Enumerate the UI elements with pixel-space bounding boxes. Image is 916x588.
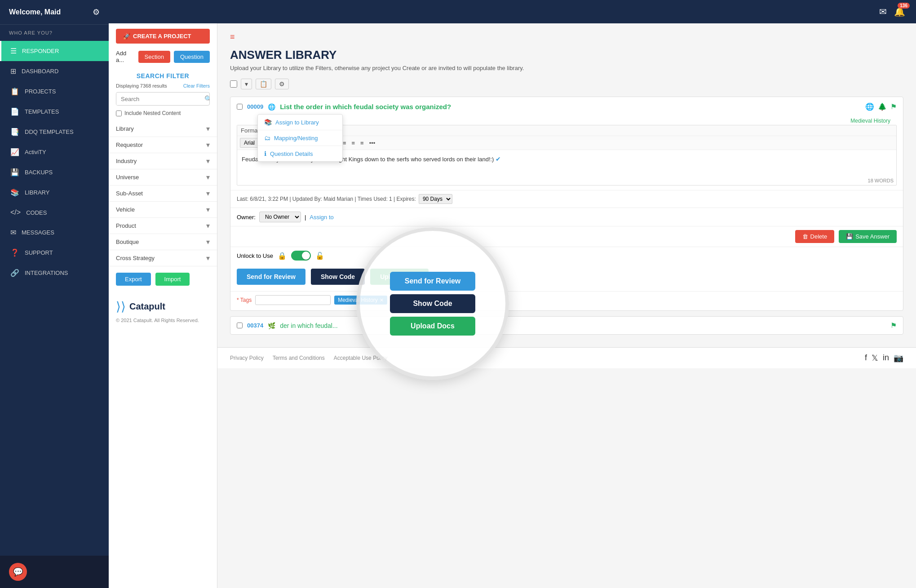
question-details-icon: ℹ [264, 150, 266, 157]
sidebar-item-projects[interactable]: 📋 PROJECTS [0, 81, 109, 102]
more-button[interactable]: ••• [367, 139, 377, 147]
filter-industry[interactable]: Industry ▾ [109, 153, 217, 169]
messages-icon: ✉ [10, 228, 16, 237]
sidebar-item-templates[interactable]: 📄 TEMPLATES [0, 102, 109, 122]
bottom-actions: Send for Review Show Code Upload Docs [230, 264, 903, 291]
dropdown-arrow-icon: ▾ [206, 189, 210, 198]
filter-product[interactable]: Product ▾ [109, 218, 217, 234]
toolbar-copy-button[interactable]: 📋 [256, 79, 271, 89]
acceptable-use-link[interactable]: Acceptable Use Policy [334, 355, 387, 361]
search-input[interactable] [116, 93, 201, 105]
owner-select[interactable]: No Owner [259, 212, 301, 222]
tree-action-icon[interactable]: 🌲 [878, 102, 887, 111]
filter-cross-strategy-label: Cross Strategy [116, 255, 155, 261]
mail-icon[interactable]: ✉ [879, 6, 887, 17]
twitter-icon[interactable]: 𝕏 [872, 353, 878, 363]
sidebar-item-activity[interactable]: 📈 ActiviTY [0, 142, 109, 162]
sidebar-item-ddq-templates[interactable]: 📑 DDQ TEMPLATES [0, 122, 109, 142]
chat-button[interactable]: 💬 [9, 563, 27, 581]
context-mapping-nesting[interactable]: 🗂 Mapping/Nesting [258, 130, 342, 146]
dropdown-arrow-icon: ▾ [206, 157, 210, 165]
globe-action-icon[interactable]: 🌐 [865, 102, 874, 111]
filter-requestor[interactable]: Requestor ▾ [109, 137, 217, 153]
upload-docs-button[interactable]: Upload Docs [370, 269, 429, 285]
sidebar-title: Welcome, Maid [9, 8, 61, 16]
tag-chip-medieval: Medieval History ✕ [334, 296, 387, 305]
filter-industry-label: Industry [116, 158, 137, 164]
instagram-icon[interactable]: 📷 [894, 353, 903, 363]
save-answer-button[interactable]: 💾 Save Answer [839, 230, 897, 243]
facebook-icon[interactable]: f [865, 353, 867, 363]
import-button[interactable]: Import [155, 273, 190, 286]
unlock-toggle[interactable] [291, 251, 311, 261]
question-text: List the order in which feudal society w… [280, 103, 861, 111]
flag-action-icon[interactable]: ⚑ [890, 102, 897, 111]
sidebar-item-backups[interactable]: 💾 BACKUPS [0, 162, 109, 182]
second-question-checkbox[interactable] [237, 323, 243, 328]
question-id-link[interactable]: 00009 [247, 103, 263, 110]
question-button[interactable]: Question [174, 51, 210, 63]
panel-copyright: © 2021 Catapult. All Rights Reserved. [109, 318, 217, 330]
sidebar-item-responder[interactable]: ☰ RESPONDER [0, 41, 109, 61]
context-question-details[interactable]: ℹ Question Details [258, 146, 342, 161]
section-button[interactable]: Section [138, 51, 170, 63]
select-all-checkbox[interactable] [230, 80, 237, 88]
integrations-icon: 🔗 [10, 269, 19, 277]
sidebar-item-label: DASHBOARD [22, 68, 58, 75]
library-icon: 📚 [10, 188, 19, 197]
gear-icon[interactable]: ⚙ [93, 7, 100, 17]
filter-sub-asset[interactable]: Sub-Asset ▾ [109, 186, 217, 202]
align-right-button[interactable]: ≡ [350, 139, 357, 147]
dropdown-arrow-icon: ▾ [206, 205, 210, 214]
search-box: 🔍 [116, 92, 210, 106]
clear-filters-link[interactable]: Clear Filters [183, 83, 210, 88]
tag-input[interactable] [255, 295, 331, 305]
create-project-button[interactable]: 🚀 Section CREATE A PROJECT [116, 29, 210, 44]
sidebar-item-codes[interactable]: </> CODES [0, 203, 109, 222]
topbar: ✉ 🔔 136 [109, 0, 916, 23]
codes-icon: </> [10, 208, 21, 217]
toolbar-settings-button[interactable]: ⚙ [275, 79, 289, 89]
linkedin-icon[interactable]: in [883, 353, 889, 363]
delete-button[interactable]: 🗑 Delete [795, 230, 835, 243]
export-button[interactable]: Export [116, 273, 151, 286]
tag-medieval-remove[interactable]: ✕ [380, 297, 384, 303]
privacy-policy-link[interactable]: Privacy Policy [230, 355, 264, 361]
sidebar-item-messages[interactable]: ✉ MESSAGES [0, 222, 109, 243]
sidebar-item-dashboard[interactable]: ⊞ DASHBOARD [0, 61, 109, 81]
sidebar-item-library[interactable]: 📚 LIBRARY [0, 182, 109, 203]
sidebar-item-integrations[interactable]: 🔗 INTEGRATIONS [0, 263, 109, 283]
tag-medieval-text: Medieval History [338, 297, 378, 303]
second-question-id[interactable]: 00374 [247, 322, 263, 329]
sidebar-item-support[interactable]: ❓ SUPPORT [0, 243, 109, 263]
display-count: Displaying 7368 results [116, 83, 167, 88]
tag-king-remove[interactable]: ✕ [407, 297, 411, 303]
question-checkbox[interactable] [237, 104, 243, 110]
filter-library[interactable]: Library ▾ [109, 121, 217, 137]
nested-content-checkbox[interactable] [116, 111, 122, 116]
show-code-button[interactable]: Show Code [311, 269, 365, 285]
terms-link[interactable]: Terms and Conditions [273, 355, 325, 361]
assign-to-link[interactable]: Assign to [310, 214, 333, 221]
tags-row: * Tags Medieval History ✕ King ✕ [230, 291, 903, 310]
second-flag-icon[interactable]: ⚑ [890, 321, 897, 330]
second-question-text: der in which feudal... [280, 322, 886, 329]
nested-content-label: Include Nested Content [124, 110, 181, 116]
toolbar-row: ▾ 📋 ⚙ [230, 79, 903, 89]
filter-universe[interactable]: Universe ▾ [109, 169, 217, 186]
answer-actions: 🗑 Delete 💾 Save Answer [230, 226, 903, 247]
filter-boutique[interactable]: Boutique ▾ [109, 234, 217, 250]
justify-button[interactable]: ≡ [358, 139, 366, 147]
context-assign-library[interactable]: 📚 Assign to Library [258, 115, 342, 130]
footer-links: Privacy Policy Terms and Conditions Acce… [230, 355, 387, 361]
mapping-nesting-icon: 🗂 [264, 134, 270, 141]
save-icon: 💾 [846, 233, 853, 240]
send-review-button[interactable]: Send for Review [237, 269, 305, 285]
toolbar-dropdown-button[interactable]: ▾ [241, 79, 252, 89]
assign-library-label: Assign to Library [275, 119, 319, 126]
filter-cross-strategy[interactable]: Cross Strategy ▾ [109, 250, 217, 266]
library-title: ANSWER LIBRARY [230, 48, 903, 62]
expires-select[interactable]: 90 Days 30 Days 60 Days Never [419, 194, 452, 204]
format-menu[interactable]: Format [241, 127, 259, 134]
filter-vehicle[interactable]: Vehicle ▾ [109, 202, 217, 218]
